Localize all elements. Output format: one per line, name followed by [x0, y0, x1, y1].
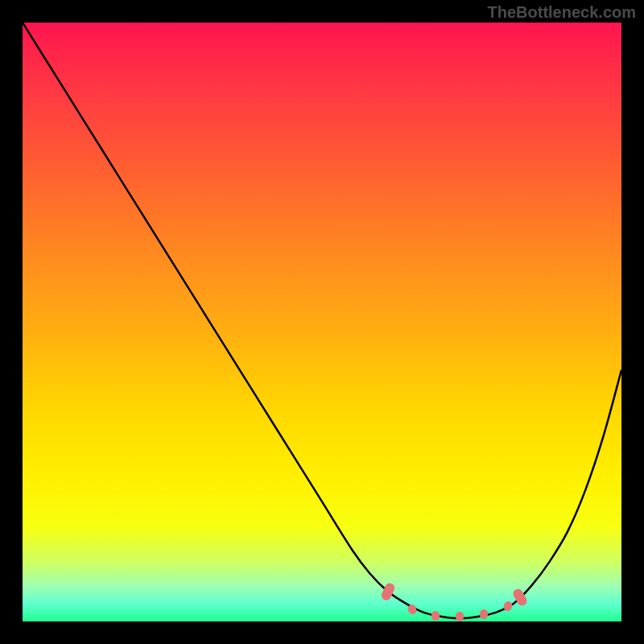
chart-plot-area — [23, 23, 621, 621]
bottleneck-curve — [23, 23, 621, 621]
optimal-marker — [456, 612, 464, 621]
attribution-text: TheBottleneck.com — [488, 3, 636, 22]
